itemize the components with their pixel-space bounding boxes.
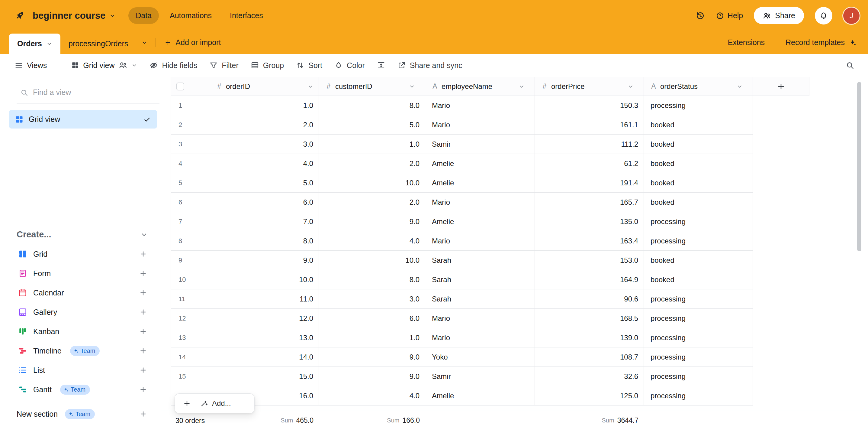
cell-customerID[interactable]: 1.0 [319, 328, 425, 347]
cell-orderPrice[interactable]: 161.1 [535, 115, 644, 135]
record-templates-button[interactable]: Record templates [785, 38, 857, 47]
cell-orderStatus[interactable]: booked [644, 193, 753, 212]
cell-orderPrice[interactable]: 32.6 [535, 367, 644, 386]
cell-orderPrice[interactable]: 150.3 [535, 96, 644, 115]
cell-employeeName[interactable]: Amelie [425, 212, 535, 231]
cell-orderStatus[interactable]: processing [644, 367, 753, 386]
help-button[interactable]: Help [716, 11, 743, 20]
cell-orderStatus[interactable]: processing [644, 328, 753, 347]
cell-orderPrice[interactable]: 111.2 [535, 135, 644, 154]
top-nav-data[interactable]: Data [128, 7, 159, 24]
find-view-input[interactable] [33, 88, 159, 97]
create-view-timeline[interactable]: TimelineTeam [0, 341, 161, 361]
cell-orderID[interactable]: 1414.0 [170, 347, 319, 367]
extensions-button[interactable]: Extensions [728, 38, 765, 47]
field-header-orderID[interactable]: #orderID [170, 77, 319, 96]
cell-orderStatus[interactable]: booked [644, 115, 753, 135]
footer-sum-orderID[interactable]: Sum465.0 [170, 411, 319, 430]
table-list-dropdown[interactable] [136, 31, 153, 54]
cell-customerID[interactable]: 8.0 [319, 96, 425, 115]
cell-orderPrice[interactable]: 168.5 [535, 309, 644, 328]
cell-customerID[interactable]: 3.0 [319, 289, 425, 309]
cell-orderStatus[interactable]: booked [644, 173, 753, 193]
cell-orderStatus[interactable]: booked [644, 135, 753, 154]
add-kanban-view-button[interactable] [139, 327, 147, 336]
add-section-button[interactable] [139, 410, 147, 418]
cell-orderID[interactable]: 22.0 [170, 115, 319, 135]
filter-button[interactable]: Filter [205, 58, 243, 73]
cell-customerID[interactable]: 4.0 [319, 231, 425, 251]
sidebar-view-grid[interactable]: Grid view [9, 110, 157, 128]
plus-icon[interactable] [183, 399, 191, 408]
add-grid-view-button[interactable] [139, 250, 147, 258]
search-button[interactable] [841, 58, 859, 73]
table-tab-orders[interactable]: Orders [9, 34, 60, 54]
views-button[interactable]: Views [10, 58, 52, 73]
add-or-import-button[interactable]: Add or import [159, 31, 226, 54]
cell-orderID[interactable]: 1515.0 [170, 367, 319, 386]
cell-orderStatus[interactable]: processing [644, 231, 753, 251]
share-and-sync-button[interactable]: Share and sync [393, 58, 467, 73]
cell-orderID[interactable]: 11.0 [170, 96, 319, 115]
top-nav-interfaces[interactable]: Interfaces [223, 7, 270, 24]
add-with-ai-button[interactable]: Add... [200, 399, 231, 408]
cell-orderID[interactable]: 1111.0 [170, 289, 319, 309]
field-header-orderPrice[interactable]: #orderPrice [535, 77, 644, 96]
cell-employeeName[interactable]: Mario [425, 309, 535, 328]
cell-orderPrice[interactable]: 139.0 [535, 328, 644, 347]
add-timeline-view-button[interactable] [139, 347, 147, 355]
add-calendar-view-button[interactable] [139, 288, 147, 297]
field-header-customerID[interactable]: #customerID [319, 77, 425, 96]
add-field-button[interactable] [753, 77, 809, 96]
share-button[interactable]: Share [754, 7, 804, 24]
workspace-switcher[interactable]: beginner course [33, 10, 116, 21]
cell-orderStatus[interactable]: processing [644, 96, 753, 115]
footer-sum-orderPrice[interactable]: Sum3644.7 [535, 411, 644, 430]
cell-orderPrice[interactable]: 90.6 [535, 289, 644, 309]
cell-orderStatus[interactable]: booked [644, 270, 753, 289]
cell-orderStatus[interactable]: processing [644, 347, 753, 367]
cell-orderPrice[interactable]: 165.7 [535, 193, 644, 212]
cell-orderStatus[interactable]: booked [644, 154, 753, 173]
cell-customerID[interactable]: 4.0 [319, 386, 425, 405]
find-view-search[interactable] [17, 86, 159, 104]
cell-employeeName[interactable]: Samir [425, 367, 535, 386]
cell-orderPrice[interactable]: 191.4 [535, 173, 644, 193]
add-form-view-button[interactable] [139, 269, 147, 278]
cell-customerID[interactable]: 8.0 [319, 270, 425, 289]
add-record-button[interactable]: Add... [175, 394, 255, 413]
cell-customerID[interactable]: 9.0 [319, 367, 425, 386]
cell-employeeName[interactable]: Sarah [425, 289, 535, 309]
cell-orderPrice[interactable]: 153.0 [535, 251, 644, 270]
cell-employeeName[interactable]: Mario [425, 328, 535, 347]
cell-employeeName[interactable]: Amelie [425, 386, 535, 405]
cell-orderPrice[interactable]: 61.2 [535, 154, 644, 173]
cell-orderID[interactable]: 1212.0 [170, 309, 319, 328]
create-view-list[interactable]: List [0, 361, 161, 380]
add-list-view-button[interactable] [139, 366, 147, 374]
cell-employeeName[interactable]: Samir [425, 135, 535, 154]
cell-orderID[interactable]: 88.0 [170, 231, 319, 251]
cell-employeeName[interactable]: Mario [425, 115, 535, 135]
cell-customerID[interactable]: 10.0 [319, 173, 425, 193]
footer-sum-customerID[interactable]: Sum166.0 [319, 411, 425, 430]
select-all-checkbox[interactable] [176, 83, 184, 90]
add-gallery-view-button[interactable] [139, 308, 147, 316]
create-view-kanban[interactable]: Kanban [0, 322, 161, 341]
cell-orderStatus[interactable]: processing [644, 212, 753, 231]
history-icon[interactable] [695, 11, 705, 21]
notifications-button[interactable] [815, 7, 832, 25]
field-menu-chevron[interactable] [736, 83, 743, 90]
field-menu-chevron[interactable] [627, 83, 634, 90]
add-gantt-view-button[interactable] [139, 385, 147, 394]
create-view-calendar[interactable]: Calendar [0, 283, 161, 303]
cell-employeeName[interactable]: Mario [425, 193, 535, 212]
cell-customerID[interactable]: 9.0 [319, 347, 425, 367]
cell-customerID[interactable]: 6.0 [319, 309, 425, 328]
cell-orderStatus[interactable]: processing [644, 309, 753, 328]
table-tab-processingorders[interactable]: processingOrders [60, 34, 136, 54]
field-menu-chevron[interactable] [409, 83, 415, 90]
create-section-header[interactable]: Create... [0, 230, 161, 239]
workspace-logo-icon[interactable] [13, 9, 26, 22]
field-menu-chevron[interactable] [518, 83, 525, 90]
